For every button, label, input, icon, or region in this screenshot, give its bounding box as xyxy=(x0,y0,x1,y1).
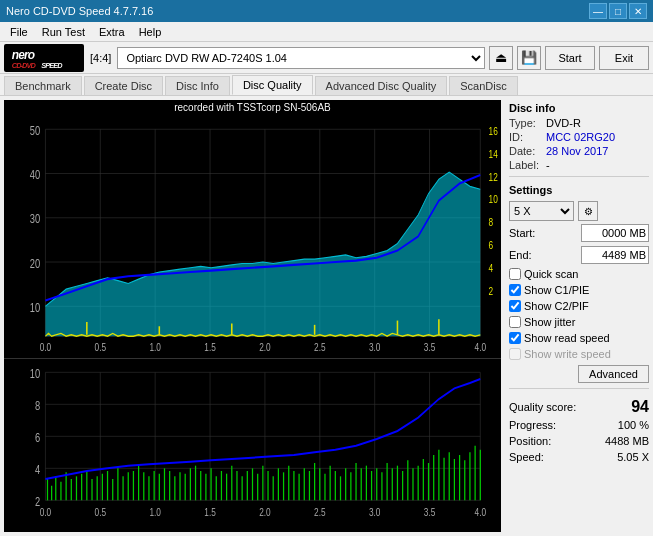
tab-benchmark[interactable]: Benchmark xyxy=(4,76,82,95)
drive-bracket-label: [4:4] xyxy=(88,52,113,64)
label-label: Label: xyxy=(509,159,544,171)
show-read-speed-row[interactable]: Show read speed xyxy=(509,332,649,344)
svg-text:30: 30 xyxy=(30,212,40,226)
show-write-speed-row: Show write speed xyxy=(509,348,649,360)
menu-help[interactable]: Help xyxy=(133,24,168,40)
svg-text:SPEED: SPEED xyxy=(41,61,63,70)
tab-disc-info[interactable]: Disc Info xyxy=(165,76,230,95)
svg-text:2.0: 2.0 xyxy=(259,340,271,353)
progress-row: Progress: 100 % xyxy=(509,419,649,431)
save-icon[interactable]: 💾 xyxy=(517,46,541,70)
progress-value: 100 % xyxy=(618,419,649,431)
speed-row: 5 X ⚙ xyxy=(509,201,649,221)
show-c2-row[interactable]: Show C2/PIF xyxy=(509,300,649,312)
start-row: Start: xyxy=(509,224,649,242)
top-chart: 50 40 30 20 10 16 14 12 10 8 6 4 2 0.0 0… xyxy=(4,115,501,359)
tab-bar: Benchmark Create Disc Disc Info Disc Qua… xyxy=(0,74,653,96)
speed-row-2: Speed: 5.05 X xyxy=(509,451,649,463)
id-label: ID: xyxy=(509,131,544,143)
chart-title: recorded with TSSTcorp SN-506AB xyxy=(4,100,501,115)
settings-icon[interactable]: ⚙ xyxy=(578,201,598,221)
eject-icon[interactable]: ⏏ xyxy=(489,46,513,70)
svg-text:CD-DVD: CD-DVD xyxy=(12,61,37,70)
show-jitter-checkbox[interactable] xyxy=(509,316,521,328)
svg-text:6: 6 xyxy=(489,239,494,252)
date-value: 28 Nov 2017 xyxy=(546,145,608,157)
start-label: Start: xyxy=(509,227,535,239)
show-c2-checkbox[interactable] xyxy=(509,300,521,312)
quality-score-label: Quality score: xyxy=(509,401,576,413)
svg-text:40: 40 xyxy=(30,168,40,182)
svg-text:4: 4 xyxy=(35,462,40,475)
speed-label: Speed: xyxy=(509,451,544,463)
svg-text:4: 4 xyxy=(489,262,494,275)
date-label: Date: xyxy=(509,145,544,157)
show-c1-checkbox[interactable] xyxy=(509,284,521,296)
drive-select[interactable]: Optiarc DVD RW AD-7240S 1.04 xyxy=(117,47,485,69)
disc-info-title: Disc info xyxy=(509,102,649,114)
svg-text:14: 14 xyxy=(489,148,499,161)
svg-text:3.0: 3.0 xyxy=(369,340,381,353)
svg-text:12: 12 xyxy=(489,170,499,183)
svg-text:3.5: 3.5 xyxy=(424,340,436,353)
bottom-chart: 10 8 6 4 2 0.0 0.5 1.0 1.5 2.0 2.5 3.0 3… xyxy=(4,359,501,532)
svg-text:2.5: 2.5 xyxy=(314,506,325,518)
tab-create-disc[interactable]: Create Disc xyxy=(84,76,163,95)
menu-extra[interactable]: Extra xyxy=(93,24,131,40)
svg-text:0.0: 0.0 xyxy=(40,506,51,518)
progress-label: Progress: xyxy=(509,419,556,431)
advanced-button[interactable]: Advanced xyxy=(578,365,649,383)
start-input[interactable] xyxy=(581,224,649,242)
position-label: Position: xyxy=(509,435,551,447)
nero-logo: nero CD-DVD SPEED xyxy=(4,44,84,72)
quick-scan-row[interactable]: Quick scan xyxy=(509,268,649,280)
disc-id-row: ID: MCC 02RG20 xyxy=(509,131,649,143)
menu-bar: File Run Test Extra Help xyxy=(0,22,653,42)
show-jitter-row[interactable]: Show jitter xyxy=(509,316,649,328)
svg-text:0.0: 0.0 xyxy=(40,340,52,353)
divider-2 xyxy=(509,388,649,389)
tab-advanced-disc-quality[interactable]: Advanced Disc Quality xyxy=(315,76,448,95)
show-c2-label: Show C2/PIF xyxy=(524,300,589,312)
type-label: Type: xyxy=(509,117,544,129)
svg-text:3.0: 3.0 xyxy=(369,506,380,518)
quick-scan-checkbox[interactable] xyxy=(509,268,521,280)
svg-text:10: 10 xyxy=(30,366,40,379)
svg-text:50: 50 xyxy=(30,124,40,138)
svg-text:6: 6 xyxy=(35,430,40,443)
maximize-button[interactable]: □ xyxy=(609,3,627,19)
type-value: DVD-R xyxy=(546,117,581,129)
show-read-speed-label: Show read speed xyxy=(524,332,610,344)
show-write-speed-checkbox xyxy=(509,348,521,360)
svg-text:0.5: 0.5 xyxy=(95,506,106,518)
close-button[interactable]: ✕ xyxy=(629,3,647,19)
svg-text:nero: nero xyxy=(12,47,35,61)
end-label: End: xyxy=(509,249,532,261)
svg-text:4.0: 4.0 xyxy=(475,340,487,353)
exit-button[interactable]: Exit xyxy=(599,46,649,70)
tab-disc-quality[interactable]: Disc Quality xyxy=(232,75,313,95)
svg-text:1.5: 1.5 xyxy=(204,340,216,353)
show-c1-label: Show C1/PIE xyxy=(524,284,589,296)
svg-text:1.0: 1.0 xyxy=(149,506,160,518)
right-panel: Disc info Type: DVD-R ID: MCC 02RG20 Dat… xyxy=(505,96,653,536)
end-input[interactable] xyxy=(581,246,649,264)
show-read-speed-checkbox[interactable] xyxy=(509,332,521,344)
chart-area: recorded with TSSTcorp SN-506AB xyxy=(4,100,501,532)
window-controls[interactable]: — □ ✕ xyxy=(589,3,647,19)
id-value: MCC 02RG20 xyxy=(546,131,615,143)
speed-select[interactable]: 5 X xyxy=(509,201,574,221)
title-text: Nero CD-DVD Speed 4.7.7.16 xyxy=(6,5,153,17)
quick-scan-label: Quick scan xyxy=(524,268,578,280)
minimize-button[interactable]: — xyxy=(589,3,607,19)
start-button[interactable]: Start xyxy=(545,46,595,70)
show-jitter-label: Show jitter xyxy=(524,316,575,328)
divider-1 xyxy=(509,176,649,177)
tab-scan-disc[interactable]: ScanDisc xyxy=(449,76,517,95)
show-c1-row[interactable]: Show C1/PIE xyxy=(509,284,649,296)
disc-date-row: Date: 28 Nov 2017 xyxy=(509,145,649,157)
label-value: - xyxy=(546,159,550,171)
menu-file[interactable]: File xyxy=(4,24,34,40)
menu-run-test[interactable]: Run Test xyxy=(36,24,91,40)
settings-title: Settings xyxy=(509,184,649,196)
